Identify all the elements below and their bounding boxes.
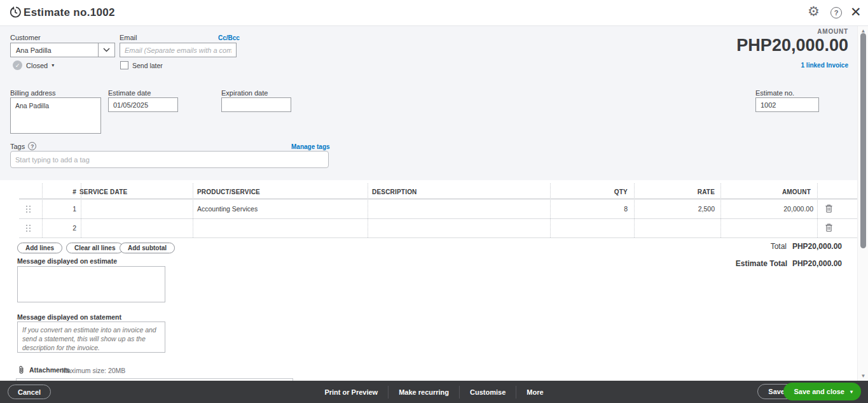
col-header-service-date: SERVICE DATE	[79, 188, 127, 195]
status-label: Closed	[26, 62, 48, 69]
billing-address-input[interactable]: Ana Padilla	[10, 97, 101, 134]
product-service-cell[interactable]: Accounting Services	[197, 205, 362, 213]
total-value: PHP20,000.00	[792, 242, 842, 251]
col-header-description: DESCRIPTION	[372, 188, 417, 195]
close-icon[interactable]: ✕	[850, 4, 862, 20]
tags-input[interactable]	[10, 151, 329, 168]
amount-cell[interactable]: 20,000.00	[736, 205, 813, 213]
column-divider	[634, 183, 635, 237]
add-lines-button[interactable]: Add lines	[17, 243, 62, 253]
message-estimate-input[interactable]	[17, 266, 165, 302]
message-statement-input[interactable]	[17, 322, 165, 353]
checkbox-icon	[120, 61, 128, 69]
billing-address-label: Billing address	[10, 89, 56, 97]
total-label: Total	[771, 242, 787, 251]
help-icon[interactable]: ?	[830, 7, 842, 18]
estimate-no-label: Estimate no.	[755, 89, 794, 97]
gear-icon[interactable]: ⚙	[808, 4, 820, 18]
cancel-button[interactable]: Cancel	[8, 385, 51, 399]
more-button[interactable]: More	[516, 388, 553, 396]
col-header-amount: AMOUNT	[736, 188, 811, 195]
manage-tags-link[interactable]: Manage tags	[291, 143, 330, 150]
scroll-down-icon[interactable]: ▼	[858, 373, 868, 379]
amount-summary: AMOUNT PHP20,000.00 1 linked Invoice	[736, 28, 848, 70]
column-divider	[81, 183, 81, 237]
col-header-qty: QTY	[572, 188, 628, 195]
estimate-total-label: Estimate Total	[736, 259, 787, 268]
column-divider	[193, 183, 193, 237]
send-later-label: Send later	[132, 62, 163, 69]
drag-handle-icon[interactable]	[25, 205, 31, 215]
email-label: Email	[120, 34, 137, 41]
message-estimate-label: Message displayed on estimate	[17, 257, 117, 265]
scrollbar-thumb[interactable]	[860, 33, 866, 248]
estimate-history-clock-icon	[8, 5, 22, 22]
save-and-close-button[interactable]: Save and close ▾	[783, 383, 861, 400]
column-divider	[550, 183, 551, 237]
customer-select[interactable]: Ana Padilla	[10, 43, 115, 57]
form-header-panel: Customer Ana Padilla ✓ Closed ▾ Email Cc…	[0, 26, 857, 180]
status-caret-icon: ▾	[52, 62, 54, 68]
amount-value: PHP20,000.00	[736, 36, 848, 55]
add-subtotal-button[interactable]: Add subtotal	[120, 243, 175, 253]
column-divider	[368, 183, 368, 237]
estimate-date-label: Estimate date	[108, 89, 151, 97]
footer-actions: Print or Preview Make recurring Customis…	[314, 381, 553, 403]
status-chip[interactable]: ✓ Closed ▾	[13, 60, 54, 70]
table-header-divider	[19, 199, 857, 199]
trash-icon[interactable]	[825, 204, 833, 215]
attachments-hint: Maximum size: 20MB	[62, 367, 125, 374]
drag-handle-icon[interactable]	[25, 224, 31, 234]
column-divider	[817, 183, 818, 237]
linked-invoice-link[interactable]: 1 linked Invoice	[801, 62, 848, 69]
cc-bcc-link[interactable]: Cc/Bcc	[218, 34, 240, 41]
expiration-date-input[interactable]	[221, 97, 291, 112]
tags-label-row: Tags ?	[10, 142, 36, 150]
estimate-page: Estimate no.1002 ⚙ ? ✕ Customer Ana Padi…	[0, 0, 868, 403]
row-number: 1	[43, 205, 76, 213]
top-bar: Estimate no.1002 ⚙ ? ✕	[0, 0, 868, 26]
qty-cell[interactable]: 8	[572, 205, 628, 213]
column-divider	[720, 183, 721, 237]
clear-all-lines-button[interactable]: Clear all lines	[66, 243, 123, 253]
estimate-total-value: PHP20,000.00	[792, 259, 842, 268]
row-divider	[19, 218, 857, 219]
col-header-product-service: PRODUCT/SERVICE	[197, 188, 260, 195]
trash-icon[interactable]	[825, 223, 833, 234]
footer-bar: Cancel Print or Preview Make recurring C…	[0, 381, 868, 403]
vertical-scrollbar[interactable]: ▲ ▼	[857, 26, 868, 381]
make-recurring-button[interactable]: Make recurring	[389, 388, 459, 396]
row-number: 2	[43, 224, 76, 232]
send-later-checkbox[interactable]: Send later	[120, 61, 163, 69]
status-check-icon: ✓	[13, 60, 22, 70]
paperclip-icon	[18, 365, 25, 375]
expiration-date-label: Expiration date	[221, 89, 268, 97]
customer-label: Customer	[10, 34, 41, 41]
message-statement-label: Message displayed on statement	[17, 313, 121, 321]
estimate-date-input[interactable]	[108, 97, 178, 112]
tags-help-icon[interactable]: ?	[28, 142, 36, 150]
customer-value: Ana Padilla	[11, 43, 98, 57]
tags-label: Tags	[10, 143, 25, 150]
save-and-close-label: Save and close	[794, 388, 844, 395]
table-bottom-divider	[19, 237, 857, 238]
customise-button[interactable]: Customise	[460, 388, 516, 396]
rate-cell[interactable]: 2,500	[658, 205, 715, 213]
estimate-no-input[interactable]	[755, 97, 819, 112]
email-input[interactable]	[120, 43, 237, 57]
col-header-rate: RATE	[658, 188, 715, 195]
page-title: Estimate no.1002	[24, 6, 115, 19]
chevron-down-icon[interactable]	[98, 43, 114, 57]
amount-label: AMOUNT	[736, 28, 848, 35]
column-divider	[42, 183, 43, 237]
save-options-caret-icon[interactable]: ▾	[850, 389, 853, 395]
col-header-number: #	[43, 188, 76, 195]
print-or-preview-button[interactable]: Print or Preview	[314, 388, 388, 396]
